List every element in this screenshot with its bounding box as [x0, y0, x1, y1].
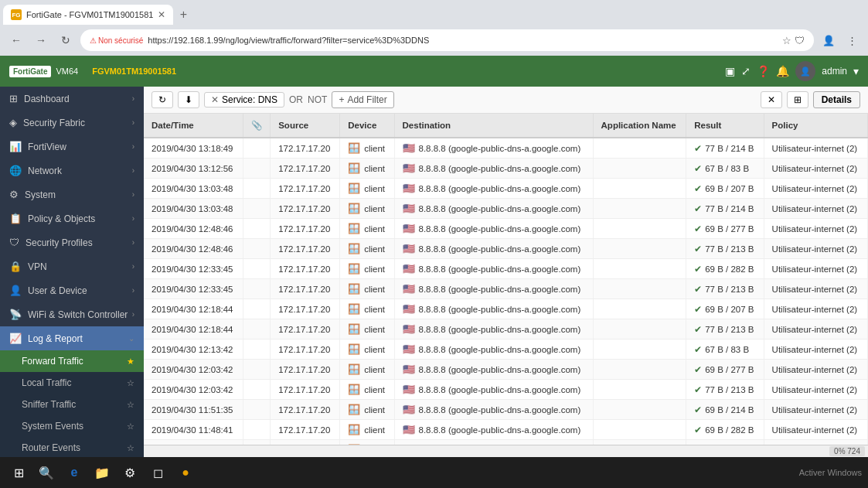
col-header-destination[interactable]: Destination [394, 114, 593, 138]
columns-button[interactable]: ⊞ [787, 91, 808, 108]
cell-app-name [593, 219, 686, 239]
cell-policy: Utilisateur-internet (2) [764, 239, 867, 259]
cell-destination: 🇺🇸 8.8.8.8 (google-public-dns-a.google.c… [394, 299, 593, 319]
col-header-datetime[interactable]: Date/Time [144, 114, 243, 138]
system-events-star[interactable]: ☆ [127, 421, 134, 432]
sidebar-item-security-profiles[interactable]: 🛡 Security Profiles › [0, 230, 144, 254]
table-row[interactable]: 2019/04/30 12:13:42 172.17.17.20 🪟 clien… [144, 340, 868, 360]
dashboard-icon: ⊞ [9, 93, 18, 104]
help-icon[interactable]: ❓ [757, 65, 770, 77]
table-row[interactable]: 2019/04/30 13:18:49 172.17.17.20 🪟 clien… [144, 138, 868, 159]
router-events-star[interactable]: ☆ [127, 443, 134, 453]
table-row[interactable]: 2019/04/30 11:51:35 172.17.17.20 🪟 clien… [144, 400, 868, 420]
sidebar-item-policy-objects[interactable]: 📋 Policy & Objects › [0, 206, 144, 230]
sidebar-sub-item-system-events[interactable]: System Events ☆ [0, 415, 144, 437]
table-row[interactable]: 2019/04/30 13:03:48 172.17.17.20 🪟 clien… [144, 199, 868, 219]
sidebar-item-fortiview[interactable]: 📊 FortiView › [0, 135, 144, 159]
sidebar-item-system[interactable]: ⚙ System › [0, 183, 144, 206]
fullscreen-icon[interactable]: ⤢ [741, 65, 751, 77]
col-header-app-name[interactable]: Application Name [593, 114, 686, 138]
table-row[interactable]: 2019/04/30 12:33:45 172.17.17.20 🪟 clien… [144, 279, 868, 299]
cell-datetime: 2019/04/30 12:48:46 [144, 219, 243, 239]
forward-traffic-star[interactable]: ★ [127, 357, 134, 367]
device-name: client [364, 345, 385, 354]
taskbar-chrome-button[interactable]: ● [173, 460, 198, 485]
sidebar-item-wifi-switch[interactable]: 📡 WiFi & Switch Controller › [0, 302, 144, 326]
clear-filter-button[interactable]: ✕ [761, 91, 782, 108]
cell-app-name [593, 259, 686, 279]
sidebar-sub-item-forward-traffic[interactable]: Forward Traffic ★ [0, 350, 144, 372]
cell-result: ✔ 67 B / 83 B [686, 159, 764, 179]
sidebar-item-log-report[interactable]: 📈 Log & Report ⌄ [0, 326, 144, 350]
sidebar-item-security-fabric[interactable]: ◈ Security Fabric › [0, 111, 144, 135]
cell-device: 🪟 client [340, 219, 394, 239]
cell-attachment [243, 279, 271, 299]
table-row[interactable]: 2019/04/30 12:18:44 172.17.17.20 🪟 clien… [144, 319, 868, 340]
col-header-device[interactable]: Device [340, 114, 394, 138]
sniffer-traffic-star[interactable]: ☆ [127, 400, 134, 410]
table-row[interactable]: 2019/04/30 12:48:46 172.17.17.20 🪟 clien… [144, 239, 868, 259]
star-icon[interactable]: ☆ [782, 35, 791, 46]
extension-icon[interactable]: 🛡 [795, 35, 805, 46]
taskbar-folder-button[interactable]: 📁 [90, 460, 114, 485]
sidebar-sub-item-local-traffic[interactable]: Local Traffic ☆ [0, 372, 144, 394]
destination-text: 8.8.8.8 (google-public-dns-a.google.com) [419, 385, 581, 394]
filter-remove-button[interactable]: ✕ [211, 94, 219, 105]
taskbar-search-button[interactable]: 🔍 [34, 460, 59, 485]
device-name: client [364, 305, 385, 314]
sidebar-sub-item-sniffer-traffic[interactable]: Sniffer Traffic ☆ [0, 394, 144, 415]
table-row[interactable]: 2019/04/30 12:18:44 172.17.17.20 🪟 clien… [144, 299, 868, 319]
col-header-source[interactable]: Source [271, 114, 340, 138]
col-header-policy[interactable]: Policy [764, 114, 867, 138]
sidebar-item-label-log-report: Log & Report [28, 333, 83, 344]
browser-menu-button[interactable]: ⋮ [842, 30, 862, 50]
bell-icon[interactable]: 🔔 [776, 65, 789, 77]
download-button[interactable]: ⬇ [178, 91, 199, 108]
refresh-button[interactable]: ↻ [56, 30, 76, 50]
us-flag-icon: 🇺🇸 [403, 424, 415, 435]
windows-device-icon: 🪟 [348, 283, 360, 295]
check-icon: ✔ [694, 143, 702, 154]
table-row[interactable]: 2019/04/30 12:03:42 172.17.17.20 🪟 clien… [144, 360, 868, 380]
active-tab[interactable]: FG FortiGate - FGVM01TM19001581 ✕ [3, 5, 173, 25]
forward-button[interactable]: → [31, 30, 51, 50]
back-button[interactable]: ← [6, 30, 26, 50]
cell-app-name [593, 159, 686, 179]
sidebar-item-label-policy-objects: Policy & Objects [28, 213, 95, 224]
result-text: 67 B / 83 B [705, 164, 749, 173]
cell-datetime: 2019/04/30 13:12:56 [144, 159, 243, 179]
admin-menu-icon[interactable]: ▾ [853, 65, 859, 77]
tab-close-button[interactable]: ✕ [158, 9, 165, 20]
table-row[interactable]: 2019/04/30 12:48:46 172.17.17.20 🪟 clien… [144, 219, 868, 239]
taskbar-settings-button[interactable]: ⚙ [117, 460, 142, 485]
table-row[interactable]: 2019/04/30 13:03:48 172.17.17.20 🪟 clien… [144, 179, 868, 199]
local-traffic-star[interactable]: ☆ [127, 378, 134, 388]
sidebar-item-user-device[interactable]: 👤 User & Device › [0, 278, 144, 302]
table-row[interactable]: 2019/04/30 11:48:41 172.17.17.20 🪟 clien… [144, 420, 868, 440]
avatar[interactable]: 👤 [795, 61, 815, 81]
col-header-result[interactable]: Result [686, 114, 764, 138]
taskbar-dev-button[interactable]: ◻ [145, 460, 170, 485]
new-tab-button[interactable]: + [173, 5, 193, 25]
filter-or-label: OR [289, 94, 303, 105]
cell-device: 🪟 client [340, 400, 394, 420]
terminal-icon[interactable]: ▣ [725, 65, 735, 77]
taskbar-start-button[interactable]: ⊞ [6, 460, 31, 485]
table-row[interactable]: 2019/04/30 13:12:56 172.17.17.20 🪟 clien… [144, 159, 868, 179]
refresh-button[interactable]: ↻ [151, 91, 173, 108]
table-row[interactable]: 2019/04/30 12:33:45 172.17.17.20 🪟 clien… [144, 259, 868, 279]
profile-button[interactable]: 👤 [819, 30, 839, 50]
col-header-attachment[interactable]: 📎 [243, 114, 271, 138]
cell-policy: Utilisateur-internet (2) [764, 340, 867, 360]
url-bar[interactable]: ⚠ Non sécurisé https://192.168.1.99/ng/l… [80, 29, 814, 51]
sidebar-sub-item-router-events[interactable]: Router Events ☆ [0, 437, 144, 457]
add-filter-button[interactable]: + Add Filter [332, 91, 393, 108]
sidebar-item-network[interactable]: 🌐 Network › [0, 159, 144, 183]
check-icon: ✔ [694, 183, 702, 194]
sidebar-item-dashboard[interactable]: ⊞ Dashboard › [0, 87, 144, 111]
sidebar-item-vpn[interactable]: 🔒 VPN › [0, 254, 144, 278]
taskbar-ie-button[interactable]: e [62, 460, 87, 485]
details-button[interactable]: Details [813, 91, 860, 108]
destination-text: 8.8.8.8 (google-public-dns-a.google.com) [419, 244, 581, 254]
table-row[interactable]: 2019/04/30 12:03:42 172.17.17.20 🪟 clien… [144, 380, 868, 400]
